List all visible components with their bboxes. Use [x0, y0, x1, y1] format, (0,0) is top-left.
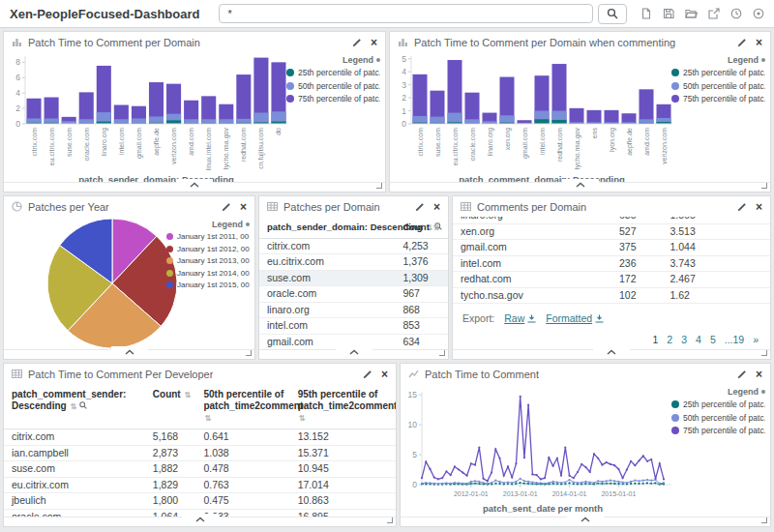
- share-icon[interactable]: [708, 8, 720, 19]
- page-link[interactable]: 2: [667, 334, 672, 345]
- legend-item[interactable]: 75th percentile of patc...: [671, 94, 765, 103]
- bar-chart[interactable]: 012345citrix.comsuse.comeu.citrix.comora…: [392, 54, 674, 182]
- close-panel-icon[interactable]: ×: [756, 369, 762, 380]
- legend-item[interactable]: 50th percentile of patc...: [671, 413, 765, 423]
- table-row[interactable]: intel.com2363.743: [453, 255, 770, 272]
- legend-toggle[interactable]: Legend: [671, 55, 765, 65]
- resize-handle[interactable]: [761, 183, 767, 189]
- edit-panel-icon[interactable]: [737, 369, 747, 379]
- table-row[interactable]: linaro.org868: [259, 302, 448, 318]
- svg-text:aepfle.de: aepfle.de: [153, 128, 161, 156]
- column-header[interactable]: patch_sender_domain: Descending ⇅: [259, 217, 395, 238]
- scrolled-table-viewport[interactable]: linaro.org6351.565xen.org5273.513gmail.c…: [453, 217, 770, 304]
- table-row[interactable]: gmail.com3751.044: [453, 240, 770, 256]
- edit-panel-icon[interactable]: [363, 369, 372, 379]
- series-color-dot: [286, 82, 294, 90]
- legend-item[interactable]: 25th percentile of patc...: [286, 68, 380, 77]
- panel-header: Patch Time to Comment per Domain when co…: [390, 32, 770, 52]
- legend-item[interactable]: 50th percentile of patc...: [671, 81, 765, 91]
- svg-text:2013-01-01: 2013-01-01: [503, 490, 538, 497]
- legend-item[interactable]: January 1st 2013, 00:0...: [166, 256, 250, 265]
- column-header[interactable]: patch_comment_sender: Descending ⇅: [4, 384, 145, 429]
- line-chart[interactable]: 0510152012-01-012013-01-012014-01-012015…: [402, 386, 673, 517]
- resize-handle[interactable]: [761, 517, 767, 523]
- page-link[interactable]: 1: [653, 334, 659, 345]
- svg-text:3: 3: [402, 80, 406, 90]
- query-input[interactable]: [219, 4, 593, 23]
- edit-panel-icon[interactable]: [737, 38, 747, 47]
- table-row[interactable]: citrix.com5,1680.64113.152: [4, 429, 396, 446]
- legend-item[interactable]: January 1st 2014, 00:0...: [166, 269, 250, 278]
- table-row[interactable]: xen.org5273.513: [453, 223, 770, 240]
- page-link[interactable]: ...19: [725, 334, 744, 345]
- collapse-button[interactable]: [111, 346, 148, 358]
- edit-panel-icon[interactable]: [415, 202, 425, 212]
- resize-handle[interactable]: [376, 183, 382, 189]
- table-row[interactable]: eu.citrix.com1,8290.76317.014: [4, 477, 396, 493]
- legend-item[interactable]: January 1st 2015, 00:0...: [166, 281, 250, 289]
- clock-icon[interactable]: [730, 8, 742, 19]
- table-row[interactable]: suse.com1,309: [259, 270, 448, 286]
- page-link[interactable]: 5: [710, 334, 716, 345]
- table-row[interactable]: suse.com1,8820.47810.945: [4, 461, 396, 478]
- table-row[interactable]: ian.campbell2,8731.03815.371: [4, 445, 396, 461]
- legend-item[interactable]: January 1st 2011, 00:0...: [166, 232, 250, 241]
- close-panel-icon[interactable]: ×: [381, 369, 388, 380]
- pie-chart[interactable]: [45, 217, 180, 349]
- svg-text:10: 10: [408, 420, 418, 429]
- save-dashboard-icon[interactable]: [663, 8, 674, 19]
- edit-panel-icon[interactable]: [737, 202, 747, 212]
- table-row[interactable]: jbeulich1,8000.47510.863: [4, 493, 396, 510]
- settings-icon[interactable]: [753, 8, 764, 19]
- edit-panel-icon[interactable]: [222, 202, 231, 212]
- legend-toggle[interactable]: Legend: [286, 55, 380, 65]
- table-row[interactable]: redhat.com1722.467: [453, 272, 770, 288]
- collapse-button[interactable]: [567, 514, 604, 525]
- table-row[interactable]: oracle.com967: [259, 286, 448, 303]
- new-dashboard-icon[interactable]: [640, 8, 652, 19]
- close-panel-icon[interactable]: ×: [371, 37, 377, 48]
- legend-item[interactable]: January 1st 2012, 00:0...: [166, 245, 250, 253]
- close-panel-icon[interactable]: ×: [433, 201, 440, 213]
- legend-toggle[interactable]: Legend: [166, 220, 250, 229]
- collapse-button[interactable]: [176, 179, 213, 191]
- collapse-button[interactable]: [562, 179, 599, 191]
- table-row[interactable]: intel.com853: [259, 318, 448, 335]
- legend-item[interactable]: 25th percentile of patc...: [671, 399, 765, 409]
- legend-item[interactable]: 50th percentile of patc...: [286, 81, 380, 91]
- column-header[interactable]: Count ⇅: [145, 384, 196, 429]
- collapse-button[interactable]: [182, 514, 219, 525]
- table-row[interactable]: citrix.com4,253: [259, 238, 448, 254]
- column-header[interactable]: 95th percentile of patch_time2comment ⇅: [290, 384, 396, 429]
- export-formatted-link[interactable]: Formatted: [546, 312, 604, 324]
- collapse-button[interactable]: [593, 346, 630, 358]
- legend-item[interactable]: 75th percentile of patc...: [286, 94, 380, 103]
- page-link[interactable]: 4: [696, 334, 701, 345]
- column-header[interactable]: 50th percentile of patch_time2comment ⇅: [195, 384, 289, 429]
- resize-handle[interactable]: [439, 350, 445, 356]
- page-link[interactable]: »: [753, 334, 759, 345]
- svg-text:patch_comment_domain: Descendi: patch_comment_domain: Descending: [459, 174, 625, 182]
- table-row[interactable]: linaro.org6351.565: [453, 217, 770, 223]
- resize-handle[interactable]: [387, 517, 393, 523]
- legend-item[interactable]: 25th percentile of patc...: [671, 68, 765, 77]
- svg-text:0: 0: [402, 119, 406, 129]
- collapse-button[interactable]: [336, 346, 372, 358]
- resize-handle[interactable]: [761, 350, 767, 356]
- svg-text:verizon.com: verizon.com: [170, 128, 177, 164]
- table-row[interactable]: tycho.nsa.gov1021.62: [453, 287, 770, 304]
- close-panel-icon[interactable]: ×: [756, 201, 762, 213]
- search-button[interactable]: [598, 4, 627, 24]
- page-link[interactable]: 3: [681, 334, 687, 345]
- bar-chart[interactable]: 02468citrix.comeu.citrix.comsuse.comorac…: [6, 54, 289, 182]
- close-panel-icon[interactable]: ×: [756, 37, 762, 48]
- close-panel-icon[interactable]: ×: [240, 201, 247, 213]
- edit-panel-icon[interactable]: [352, 38, 362, 47]
- resize-handle[interactable]: [246, 350, 252, 356]
- svg-text:oracle.com: oracle.com: [83, 128, 90, 161]
- legend-toggle[interactable]: Legend: [671, 387, 765, 397]
- legend-item[interactable]: 75th percentile of patc...: [671, 426, 765, 435]
- table-row[interactable]: eu.citrix.com1,376: [259, 254, 448, 271]
- export-raw-link[interactable]: Raw: [504, 312, 536, 324]
- open-dashboard-icon[interactable]: [685, 8, 698, 19]
